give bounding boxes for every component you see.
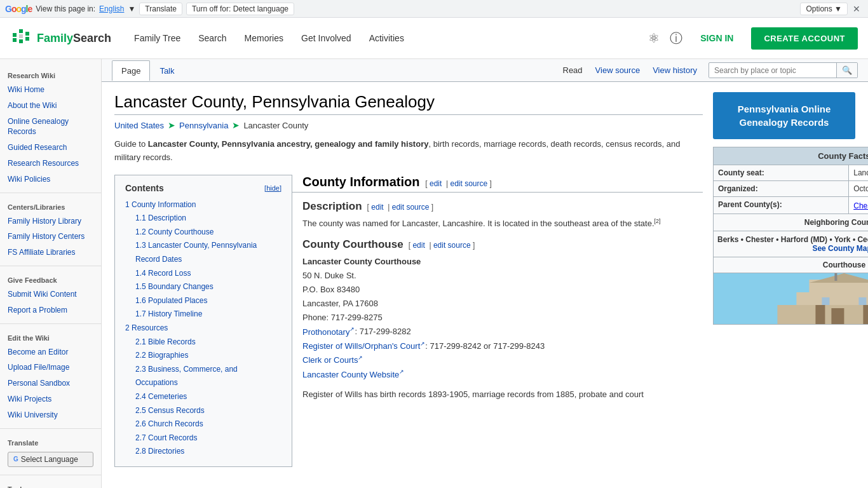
courthouse-clerk-link[interactable]: Clerk or Courts [302,355,363,365]
contents-link-2-4[interactable]: 2.4 Cemeteries [135,392,187,401]
sidebar-item-research-resources[interactable]: Research Resources [0,156,101,172]
tab-talk[interactable]: Talk [150,60,184,81]
nav-activities[interactable]: Activities [362,28,412,48]
contents-link-2-6[interactable]: 2.6 Church Records [135,419,203,428]
options-button[interactable]: Options ▼ [800,3,848,15]
contents-sublist-1: 1.1 Description 1.2 County Courthouse 1.… [125,212,281,322]
tab-page[interactable]: Page [112,60,150,81]
parent-county-label: Parent County(s): [714,197,849,214]
nav-get-involved[interactable]: Get Involved [294,28,359,48]
contents-hide-link[interactable]: [hide] [264,184,281,192]
main-container: Research Wiki Wiki Home About the Wiki O… [0,59,868,488]
contents-link-2-7[interactable]: 2.7 Court Records [135,433,197,442]
top-nav: FamilySearch Family Tree Search Memories… [0,18,868,59]
sidebar-item-guided-research[interactable]: Guided Research [0,140,101,156]
sidebar-item-report-problem[interactable]: Report a Problem [0,302,101,318]
neighboring-header-row: Neighboring Counties [714,214,869,231]
courthouse-register-link[interactable]: Register of Wills/Orphan's Court [302,341,425,351]
contents-link-2-8[interactable]: 2.8 Directories [135,447,184,456]
sidebar-item-wiki-projects[interactable]: Wiki Projects [0,391,101,407]
article-title: Lancaster County, Pennsylvania Genealogy [114,92,703,115]
sidebar-item-become-editor[interactable]: Become an Editor [0,344,101,360]
contents-link-1-7[interactable]: 1.7 History Timeline [135,309,202,318]
courthouse-prothonotary-link[interactable]: Prothonotary [302,327,355,337]
contents-link-1-2[interactable]: 1.2 County Courthouse [135,227,214,236]
sign-in-button[interactable]: SIGN IN [693,28,741,48]
sidebar-item-about-wiki[interactable]: About the Wiki [0,98,101,114]
sidebar-item-wiki-university[interactable]: Wiki University [0,407,101,423]
create-account-button[interactable]: CREATE ACCOUNT [751,27,858,50]
county-info-edit-link[interactable]: edit [430,179,442,188]
contents-link-2-3[interactable]: 2.3 Business, Commerce, and Occupations [135,365,238,388]
courthouse-edit-link[interactable]: edit [412,241,424,250]
translate-button[interactable]: Translate [139,3,182,15]
location-icon[interactable]: ⚛ [648,30,660,46]
translate-options[interactable]: Options ▼ ✕ [800,3,863,15]
contents-link-1-3[interactable]: 1.3 Lancaster County, Pennsylvania Recor… [135,241,257,264]
help-icon[interactable]: ⓘ [670,30,682,47]
contents-link-1-5[interactable]: 1.5 Boundary Changes [135,282,214,291]
sidebar-item-online-genealogy[interactable]: Online Genealogy Records [0,114,101,140]
pa-records-button[interactable]: Pennsylvania Online Genealogy Records [713,92,855,139]
courthouse-phone: Phone: 717-299-8275 [302,313,383,322]
article-main: Lancaster County, Pennsylvania Genealogy… [114,92,703,488]
county-facts-title: County Facts [714,147,869,165]
contents-link-2-1[interactable]: 2.1 Bible Records [135,337,196,346]
description-edit-link[interactable]: edit [371,203,383,212]
logo-link[interactable]: FamilySearch [10,27,111,50]
sidebar-item-fhc[interactable]: Family History Centers [0,229,101,245]
select-language-label: Select Language [21,455,78,464]
wiki-search-button[interactable]: 🔍 [836,63,857,78]
action-read[interactable]: Read [557,62,589,79]
svg-rect-4 [19,34,23,38]
svg-rect-7 [25,37,29,41]
breadcrumb-current: Lancaster County [243,121,308,130]
courthouse-image [714,273,868,324]
parent-county-link[interactable]: Chester [853,201,868,210]
contents-link-2[interactable]: 2 Resources [125,323,168,332]
contents-link-1-1[interactable]: 1.1 Description [135,214,186,222]
translate-close-button[interactable]: ✕ [850,4,863,14]
nav-memories[interactable]: Memories [237,28,291,48]
svg-rect-6 [25,32,29,36]
sidebar-item-sandbox[interactable]: Personal Sandbox [0,376,101,391]
sidebar-item-wiki-policies[interactable]: Wiki Policies [0,172,101,187]
breadcrumb-us[interactable]: United States [114,121,164,130]
see-county-maps-link[interactable]: See County Maps [812,244,868,253]
courthouse-website-link[interactable]: Lancaster County Website [302,370,404,379]
contents-link-2-5[interactable]: 2.5 Census Records [135,406,205,415]
neighboring-content: Berks • Chester • Harford (MD) • York • … [714,231,869,257]
courthouse-name: Lancaster County Courthouse [302,257,421,266]
svg-rect-15 [863,305,868,324]
sidebar-section-edit-wiki: Edit the Wiki [0,329,101,344]
select-language-btn[interactable]: G Select Language [8,452,93,467]
sidebar-item-fs-libraries[interactable]: FS Affiliate Libraries [0,245,101,261]
action-view-source[interactable]: View source [589,62,647,79]
nav-search[interactable]: Search [191,28,234,48]
turn-off-button[interactable]: Turn off for: Detect language [186,3,294,15]
wiki-search-input[interactable] [709,64,836,78]
breadcrumb: United States ➤ Pennsylvania ➤ Lancaster… [114,120,703,130]
contents-link-1-6[interactable]: 1.6 Populated Places [135,296,207,305]
sidebar-item-upload-file[interactable]: Upload File/Image [0,360,101,376]
sidebar-item-wiki-home[interactable]: Wiki Home [0,82,101,98]
organized-row: Organized: October 14, 1728 [714,181,869,197]
svg-rect-2 [13,38,17,42]
action-view-history[interactable]: View history [646,62,703,79]
sidebar-item-submit-wiki[interactable]: Submit Wiki Content [0,287,101,302]
breadcrumb-pa[interactable]: Pennsylvania [179,121,228,130]
sidebar-item-fhl[interactable]: Family History Library [0,214,101,229]
translate-language[interactable]: English [99,4,124,13]
contents-link-2-2[interactable]: 2.2 Biographies [135,351,188,360]
courthouse-edit-source-link[interactable]: edit source [433,241,471,250]
contents-link-1-4[interactable]: 1.4 Record Loss [135,269,191,278]
translate-bar: Google View this page in: English ▼ Tran… [0,0,868,18]
courthouse-svg [714,273,868,324]
nav-family-tree[interactable]: Family Tree [126,28,188,48]
breadcrumb-arrow-1: ➤ [168,120,175,130]
contents-link-1[interactable]: 1 County Information [125,200,196,209]
county-info-edit-source-link[interactable]: edit source [451,179,488,188]
description-edit-source-link[interactable]: edit source [392,203,430,212]
google-logo: Google [5,4,32,14]
contents-list: 1 County Information 1.1 Description 1.2… [125,198,281,459]
